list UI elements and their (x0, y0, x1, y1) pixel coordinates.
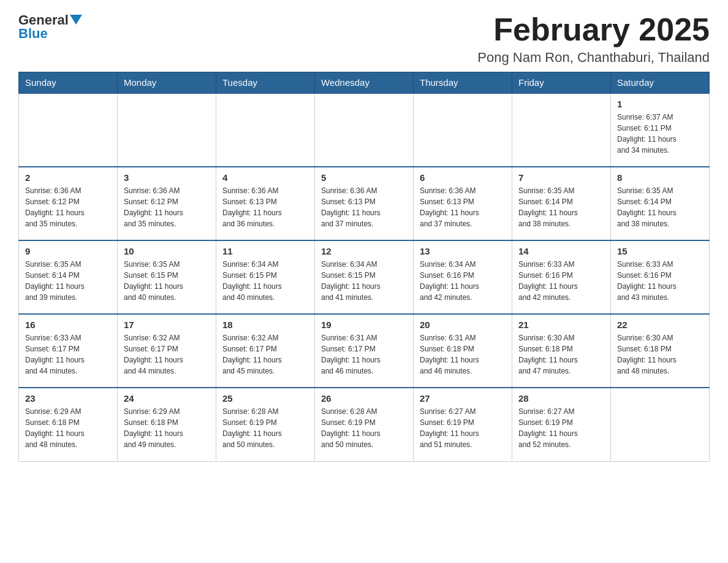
calendar-cell: 23Sunrise: 6:29 AM Sunset: 6:18 PM Dayli… (19, 388, 118, 461)
logo-blue-text: Blue (18, 26, 48, 42)
day-number: 26 (321, 393, 407, 404)
month-title: February 2025 (477, 12, 710, 47)
calendar-cell: 27Sunrise: 6:27 AM Sunset: 6:19 PM Dayli… (414, 388, 512, 461)
calendar-cell: 22Sunrise: 6:30 AM Sunset: 6:18 PM Dayli… (611, 314, 710, 388)
day-info: Sunrise: 6:36 AM Sunset: 6:12 PM Dayligh… (25, 185, 111, 229)
weekday-header-wednesday: Wednesday (315, 72, 414, 94)
weekday-header-saturday: Saturday (611, 72, 710, 94)
location-title: Pong Nam Ron, Chanthaburi, Thailand (477, 50, 710, 66)
calendar-cell: 25Sunrise: 6:28 AM Sunset: 6:19 PM Dayli… (216, 388, 315, 461)
logo: General Blue (18, 12, 82, 42)
day-number: 14 (518, 246, 604, 256)
day-number: 23 (25, 393, 111, 404)
day-number: 12 (321, 246, 407, 256)
calendar-cell: 17Sunrise: 6:32 AM Sunset: 6:17 PM Dayli… (118, 314, 216, 388)
day-info: Sunrise: 6:28 AM Sunset: 6:19 PM Dayligh… (321, 406, 407, 450)
calendar-cell: 12Sunrise: 6:34 AM Sunset: 6:15 PM Dayli… (315, 240, 414, 314)
day-number: 9 (25, 246, 111, 256)
day-info: Sunrise: 6:33 AM Sunset: 6:16 PM Dayligh… (518, 259, 604, 303)
calendar-cell: 11Sunrise: 6:34 AM Sunset: 6:15 PM Dayli… (216, 240, 315, 314)
day-info: Sunrise: 6:35 AM Sunset: 6:14 PM Dayligh… (518, 185, 604, 229)
day-info: Sunrise: 6:36 AM Sunset: 6:13 PM Dayligh… (321, 185, 407, 229)
day-number: 19 (321, 320, 407, 330)
day-number: 5 (321, 172, 407, 183)
calendar-cell: 10Sunrise: 6:35 AM Sunset: 6:15 PM Dayli… (118, 240, 216, 314)
calendar-cell (315, 93, 414, 167)
calendar-week-3: 9Sunrise: 6:35 AM Sunset: 6:14 PM Daylig… (19, 240, 710, 314)
calendar-cell: 20Sunrise: 6:31 AM Sunset: 6:18 PM Dayli… (414, 314, 512, 388)
day-info: Sunrise: 6:36 AM Sunset: 6:13 PM Dayligh… (420, 185, 506, 229)
day-info: Sunrise: 6:31 AM Sunset: 6:18 PM Dayligh… (420, 332, 506, 377)
logo-triangle-icon (70, 15, 82, 25)
day-info: Sunrise: 6:35 AM Sunset: 6:15 PM Dayligh… (124, 259, 210, 303)
weekday-header-monday: Monday (118, 72, 216, 94)
calendar-cell: 1Sunrise: 6:37 AM Sunset: 6:11 PM Daylig… (611, 93, 710, 167)
day-number: 6 (420, 172, 506, 183)
calendar-week-4: 16Sunrise: 6:33 AM Sunset: 6:17 PM Dayli… (19, 314, 710, 388)
day-number: 22 (617, 320, 703, 330)
day-info: Sunrise: 6:32 AM Sunset: 6:17 PM Dayligh… (222, 332, 308, 377)
day-info: Sunrise: 6:31 AM Sunset: 6:17 PM Dayligh… (321, 332, 407, 377)
calendar-cell: 7Sunrise: 6:35 AM Sunset: 6:14 PM Daylig… (512, 167, 611, 240)
day-info: Sunrise: 6:29 AM Sunset: 6:18 PM Dayligh… (124, 406, 210, 450)
day-info: Sunrise: 6:34 AM Sunset: 6:15 PM Dayligh… (321, 259, 407, 303)
day-number: 4 (222, 172, 308, 183)
calendar-cell: 3Sunrise: 6:36 AM Sunset: 6:12 PM Daylig… (118, 167, 216, 240)
weekday-header-tuesday: Tuesday (216, 72, 315, 94)
day-number: 27 (420, 393, 506, 404)
day-number: 17 (124, 320, 210, 330)
calendar-cell: 26Sunrise: 6:28 AM Sunset: 6:19 PM Dayli… (315, 388, 414, 461)
day-info: Sunrise: 6:36 AM Sunset: 6:12 PM Dayligh… (124, 185, 210, 229)
calendar-cell (414, 93, 512, 167)
calendar-table: SundayMondayTuesdayWednesdayThursdayFrid… (18, 72, 710, 462)
day-number: 13 (420, 246, 506, 256)
day-info: Sunrise: 6:37 AM Sunset: 6:11 PM Dayligh… (617, 112, 703, 156)
day-number: 20 (420, 320, 506, 330)
calendar-cell: 13Sunrise: 6:34 AM Sunset: 6:16 PM Dayli… (414, 240, 512, 314)
day-number: 18 (222, 320, 308, 330)
title-section: February 2025 Pong Nam Ron, Chanthaburi,… (477, 12, 710, 66)
day-info: Sunrise: 6:34 AM Sunset: 6:15 PM Dayligh… (222, 259, 308, 303)
day-info: Sunrise: 6:34 AM Sunset: 6:16 PM Dayligh… (420, 259, 506, 303)
calendar-cell (19, 93, 118, 167)
day-number: 1 (617, 99, 703, 109)
day-info: Sunrise: 6:32 AM Sunset: 6:17 PM Dayligh… (124, 332, 210, 377)
calendar-cell (216, 93, 315, 167)
day-number: 10 (124, 246, 210, 256)
weekday-header-thursday: Thursday (414, 72, 512, 94)
day-info: Sunrise: 6:29 AM Sunset: 6:18 PM Dayligh… (25, 406, 111, 450)
day-number: 21 (518, 320, 604, 330)
day-number: 8 (617, 172, 703, 183)
day-info: Sunrise: 6:30 AM Sunset: 6:18 PM Dayligh… (617, 332, 703, 377)
weekday-header-friday: Friday (512, 72, 611, 94)
weekday-header-row: SundayMondayTuesdayWednesdayThursdayFrid… (19, 72, 710, 94)
day-number: 28 (518, 393, 604, 404)
day-info: Sunrise: 6:27 AM Sunset: 6:19 PM Dayligh… (420, 406, 506, 450)
calendar-cell: 2Sunrise: 6:36 AM Sunset: 6:12 PM Daylig… (19, 167, 118, 240)
calendar-cell: 21Sunrise: 6:30 AM Sunset: 6:18 PM Dayli… (512, 314, 611, 388)
day-info: Sunrise: 6:35 AM Sunset: 6:14 PM Dayligh… (25, 259, 111, 303)
day-number: 3 (124, 172, 210, 183)
calendar-cell: 4Sunrise: 6:36 AM Sunset: 6:13 PM Daylig… (216, 167, 315, 240)
page-header: General Blue February 2025 Pong Nam Ron,… (18, 12, 710, 66)
day-number: 16 (25, 320, 111, 330)
calendar-cell: 5Sunrise: 6:36 AM Sunset: 6:13 PM Daylig… (315, 167, 414, 240)
day-info: Sunrise: 6:33 AM Sunset: 6:16 PM Dayligh… (617, 259, 703, 303)
calendar-cell: 6Sunrise: 6:36 AM Sunset: 6:13 PM Daylig… (414, 167, 512, 240)
day-info: Sunrise: 6:30 AM Sunset: 6:18 PM Dayligh… (518, 332, 604, 377)
calendar-cell: 8Sunrise: 6:35 AM Sunset: 6:14 PM Daylig… (611, 167, 710, 240)
calendar-cell: 24Sunrise: 6:29 AM Sunset: 6:18 PM Dayli… (118, 388, 216, 461)
day-number: 24 (124, 393, 210, 404)
calendar-cell: 16Sunrise: 6:33 AM Sunset: 6:17 PM Dayli… (19, 314, 118, 388)
day-info: Sunrise: 6:28 AM Sunset: 6:19 PM Dayligh… (222, 406, 308, 450)
calendar-week-1: 1Sunrise: 6:37 AM Sunset: 6:11 PM Daylig… (19, 93, 710, 167)
calendar-cell (512, 93, 611, 167)
calendar-week-2: 2Sunrise: 6:36 AM Sunset: 6:12 PM Daylig… (19, 167, 710, 240)
day-info: Sunrise: 6:33 AM Sunset: 6:17 PM Dayligh… (25, 332, 111, 377)
day-number: 7 (518, 172, 604, 183)
weekday-header-sunday: Sunday (19, 72, 118, 94)
calendar-cell: 14Sunrise: 6:33 AM Sunset: 6:16 PM Dayli… (512, 240, 611, 314)
calendar-cell: 9Sunrise: 6:35 AM Sunset: 6:14 PM Daylig… (19, 240, 118, 314)
day-number: 2 (25, 172, 111, 183)
day-info: Sunrise: 6:36 AM Sunset: 6:13 PM Dayligh… (222, 185, 308, 229)
